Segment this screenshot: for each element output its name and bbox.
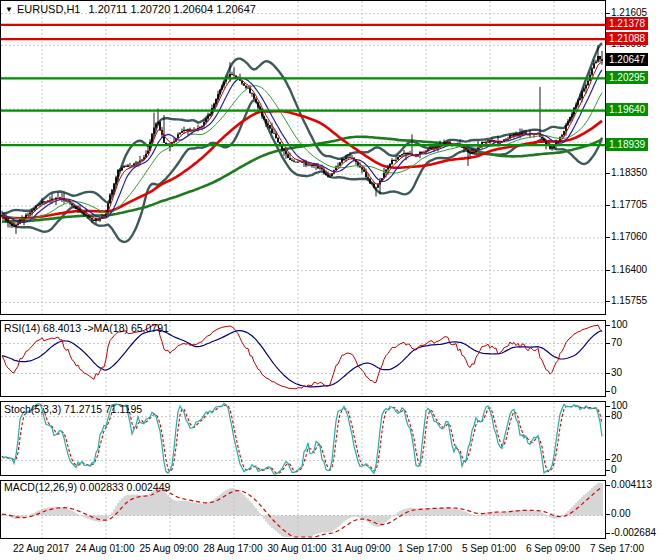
indicator-scale-tick: 20 <box>611 453 622 464</box>
mt4-chart-window: { "title": { "dropdown_icon": "triangle-… <box>0 0 660 560</box>
time-axis-label: 25 Aug 09:00 <box>140 543 199 554</box>
price-chart-canvas[interactable] <box>1 1 605 314</box>
indicator-scale-tick: 0 <box>611 464 617 475</box>
symbol-timeframe-label: EURUSD,H1 <box>17 3 81 15</box>
indicator-scale-tick: 0.004113 <box>611 479 652 490</box>
support-label: 1.20295 <box>606 71 648 84</box>
chart-title: ▼EURUSD,H11.20711 1.20720 1.20604 1.2064… <box>5 3 256 15</box>
price-axis-tick: 1.15755 <box>611 295 647 306</box>
indicator-scale-tick: 100 <box>611 319 628 330</box>
ohlc-quotes: 1.20711 1.20720 1.20604 1.20647 <box>89 3 256 15</box>
time-axis-label: 30 Aug 01:00 <box>268 543 327 554</box>
price-axis-tick: 1.18350 <box>611 167 647 178</box>
time-axis-label: 28 Aug 17:00 <box>204 543 263 554</box>
symbol-dropdown-icon[interactable]: ▼ <box>5 5 13 14</box>
current-price-label: 1.20647 <box>606 53 648 66</box>
rsi-indicator-label: RSI(14) 68.4013 ->MA(18) 65.0791 <box>4 322 169 334</box>
indicator-scale-tick: 80 <box>611 410 622 421</box>
time-axis-label: 7 Sep 17:00 <box>590 543 644 554</box>
main-price-chart[interactable] <box>0 0 606 315</box>
support-label: 1.18939 <box>606 138 648 151</box>
price-axis-tick: 1.17060 <box>611 231 647 242</box>
indicator-scale-tick: 30 <box>611 367 622 378</box>
price-axis-tick: 1.17705 <box>611 199 647 210</box>
indicator-scale-tick: -0.002684 <box>611 527 656 538</box>
stochastic-indicator-label: Stoch(5,3,3) 71.2715 71.1195 <box>4 403 142 415</box>
time-axis-label: 5 Sep 01:00 <box>462 543 516 554</box>
time-axis-label: 22 Aug 2017 <box>13 543 69 554</box>
macd-indicator-label: MACD(12,26,9) 0.002833 0.002449 <box>4 481 170 493</box>
indicator-scale-tick: 70 <box>611 337 622 348</box>
indicator-scale-tick: 0 <box>611 385 617 396</box>
time-axis-label: 31 Aug 09:00 <box>332 543 391 554</box>
resistance-label: 1.21088 <box>606 32 648 45</box>
price-axis-tick: 1.16400 <box>611 264 647 275</box>
support-label: 1.19640 <box>606 103 648 116</box>
time-axis-label: 6 Sep 09:00 <box>526 543 580 554</box>
time-axis-label: 24 Aug 01:00 <box>76 543 135 554</box>
resistance-label: 1.21378 <box>606 17 648 30</box>
time-axis-label: 1 Sep 17:00 <box>398 543 452 554</box>
indicator-scale-tick: 0.00 <box>611 508 630 519</box>
